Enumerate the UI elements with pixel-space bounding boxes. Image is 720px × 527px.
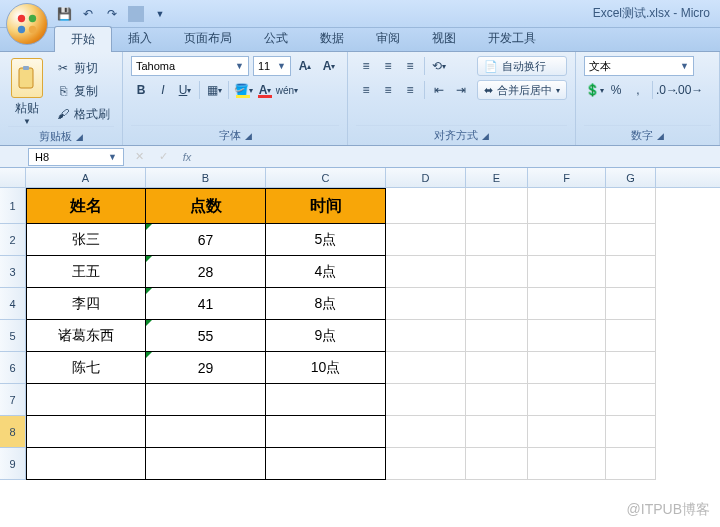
number-launcher-icon[interactable]: ◢ xyxy=(657,131,664,141)
tab-view[interactable]: 视图 xyxy=(416,26,472,51)
copy-button[interactable]: ⎘复制 xyxy=(52,81,114,102)
cell[interactable] xyxy=(386,188,466,224)
tab-home[interactable]: 开始 xyxy=(54,26,112,52)
tab-formula[interactable]: 公式 xyxy=(248,26,304,51)
cell[interactable]: 李四 xyxy=(26,288,146,320)
cell[interactable] xyxy=(606,416,656,448)
cell[interactable] xyxy=(606,224,656,256)
col-header[interactable]: F xyxy=(528,168,606,187)
row-header[interactable]: 7 xyxy=(0,384,26,416)
cut-button[interactable]: ✂剪切 xyxy=(52,58,114,79)
cell[interactable] xyxy=(606,256,656,288)
cell[interactable] xyxy=(466,256,528,288)
decrease-decimal-button[interactable]: .00→ xyxy=(679,80,699,100)
row-header[interactable]: 4 xyxy=(0,288,26,320)
cell[interactable] xyxy=(606,288,656,320)
cell[interactable] xyxy=(146,416,266,448)
decrease-indent-button[interactable]: ⇤ xyxy=(429,80,449,100)
cell[interactable] xyxy=(606,188,656,224)
cell[interactable] xyxy=(386,288,466,320)
cell[interactable] xyxy=(528,352,606,384)
qat-dropdown-icon[interactable]: ▼ xyxy=(152,6,168,22)
col-header[interactable]: B xyxy=(146,168,266,187)
cell[interactable] xyxy=(528,288,606,320)
cell[interactable] xyxy=(386,320,466,352)
bold-button[interactable]: B xyxy=(131,80,151,100)
font-size-combo[interactable]: 11▼ xyxy=(253,56,291,76)
tab-insert[interactable]: 插入 xyxy=(112,26,168,51)
cell[interactable] xyxy=(528,256,606,288)
shrink-font-button[interactable]: A▾ xyxy=(319,56,339,76)
cell[interactable] xyxy=(386,224,466,256)
cell[interactable] xyxy=(466,188,528,224)
cell[interactable] xyxy=(266,448,386,480)
phonetic-button[interactable]: wén▾ xyxy=(277,80,297,100)
cell[interactable] xyxy=(26,416,146,448)
cell[interactable] xyxy=(528,224,606,256)
underline-button[interactable]: U▾ xyxy=(175,80,195,100)
comma-button[interactable]: , xyxy=(628,80,648,100)
office-button[interactable] xyxy=(6,3,48,45)
row-header[interactable]: 5 xyxy=(0,320,26,352)
cell[interactable] xyxy=(26,384,146,416)
cell[interactable] xyxy=(146,384,266,416)
italic-button[interactable]: I xyxy=(153,80,173,100)
paste-button[interactable] xyxy=(11,58,43,98)
cancel-icon[interactable]: ✕ xyxy=(130,148,148,166)
col-header[interactable]: E xyxy=(466,168,528,187)
cell[interactable] xyxy=(528,384,606,416)
col-header[interactable]: A xyxy=(26,168,146,187)
col-header[interactable]: D xyxy=(386,168,466,187)
cell[interactable] xyxy=(386,256,466,288)
cell[interactable] xyxy=(528,320,606,352)
row-header[interactable]: 9 xyxy=(0,448,26,480)
cell[interactable] xyxy=(386,448,466,480)
cell[interactable] xyxy=(466,448,528,480)
wrap-text-button[interactable]: 📄自动换行 xyxy=(477,56,567,76)
tab-layout[interactable]: 页面布局 xyxy=(168,26,248,51)
cell[interactable] xyxy=(26,448,146,480)
cell[interactable]: 点数 xyxy=(146,188,266,224)
cell[interactable] xyxy=(466,320,528,352)
tab-dev[interactable]: 开发工具 xyxy=(472,26,552,51)
clipboard-launcher-icon[interactable]: ◢ xyxy=(76,132,83,142)
col-header[interactable]: C xyxy=(266,168,386,187)
border-button[interactable]: ▦▾ xyxy=(204,80,224,100)
cell[interactable] xyxy=(146,448,266,480)
cell[interactable]: 姓名 xyxy=(26,188,146,224)
align-bottom-button[interactable]: ≡ xyxy=(400,56,420,76)
cell[interactable]: 41 xyxy=(146,288,266,320)
cell[interactable] xyxy=(528,448,606,480)
tab-review[interactable]: 审阅 xyxy=(360,26,416,51)
row-header[interactable]: 8 xyxy=(0,416,26,448)
col-header[interactable]: G xyxy=(606,168,656,187)
paste-dropdown-icon[interactable]: ▼ xyxy=(23,117,31,126)
align-left-button[interactable]: ≡ xyxy=(356,80,376,100)
fx-icon[interactable]: fx xyxy=(178,148,196,166)
align-top-button[interactable]: ≡ xyxy=(356,56,376,76)
row-header[interactable]: 2 xyxy=(0,224,26,256)
cell[interactable]: 9点 xyxy=(266,320,386,352)
select-all-corner[interactable] xyxy=(0,168,26,187)
font-launcher-icon[interactable]: ◢ xyxy=(245,131,252,141)
name-box[interactable]: H8▼ xyxy=(28,148,124,166)
save-icon[interactable]: 💾 xyxy=(56,6,72,22)
cell[interactable] xyxy=(528,416,606,448)
align-launcher-icon[interactable]: ◢ xyxy=(482,131,489,141)
undo-icon[interactable]: ↶ xyxy=(80,6,96,22)
cell[interactable]: 8点 xyxy=(266,288,386,320)
row-header[interactable]: 6 xyxy=(0,352,26,384)
cell[interactable]: 67 xyxy=(146,224,266,256)
cell[interactable] xyxy=(386,384,466,416)
cell[interactable]: 5点 xyxy=(266,224,386,256)
cell[interactable] xyxy=(466,288,528,320)
align-right-button[interactable]: ≡ xyxy=(400,80,420,100)
cell[interactable] xyxy=(606,448,656,480)
fill-color-button[interactable]: 🪣▾ xyxy=(233,80,253,100)
cell[interactable]: 陈七 xyxy=(26,352,146,384)
cell[interactable] xyxy=(386,352,466,384)
cell[interactable] xyxy=(466,352,528,384)
cell[interactable] xyxy=(606,320,656,352)
format-painter-button[interactable]: 🖌格式刷 xyxy=(52,104,114,125)
cell[interactable] xyxy=(466,384,528,416)
